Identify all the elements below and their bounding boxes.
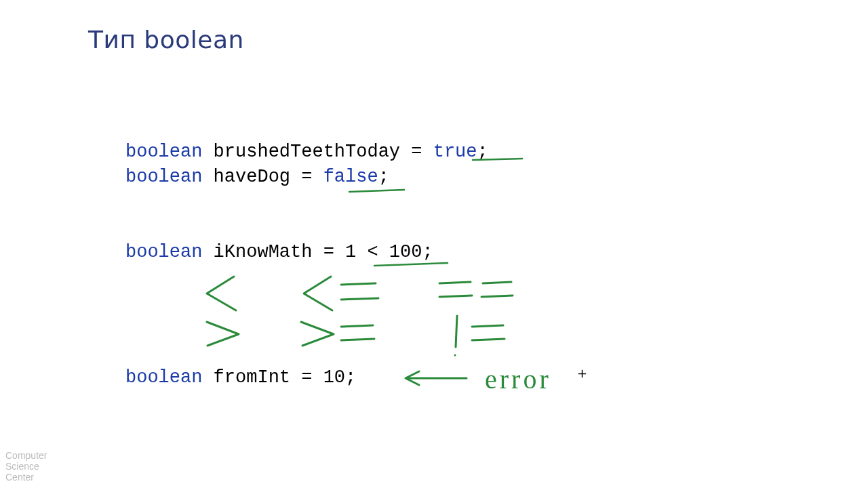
code-block: boolean brushedTeethToday = true; boolea… <box>125 140 488 390</box>
code-text: iKnowMath = 1 < 100; <box>202 242 433 262</box>
keyword-boolean: boolean <box>125 242 202 262</box>
handwritten-error: error <box>485 364 551 394</box>
literal-true: true <box>433 142 477 162</box>
code-text: fromInt = 10; <box>202 367 356 388</box>
keyword-boolean: boolean <box>125 142 202 162</box>
keyword-boolean: boolean <box>125 367 202 388</box>
logo-line: Center <box>5 472 47 483</box>
code-text: brushedTeethToday = <box>202 142 433 162</box>
code-text: haveDog = <box>202 167 323 187</box>
code-text: ; <box>477 142 488 162</box>
slide-title: Тип boolean <box>88 26 244 54</box>
cursor-icon: + <box>577 366 587 380</box>
logo-line: Computer <box>5 450 47 461</box>
logo-line: Science <box>5 461 47 472</box>
code-text: ; <box>378 167 389 187</box>
keyword-boolean: boolean <box>125 167 202 187</box>
logo: Computer Science Center <box>5 450 47 483</box>
literal-false: false <box>323 167 378 187</box>
